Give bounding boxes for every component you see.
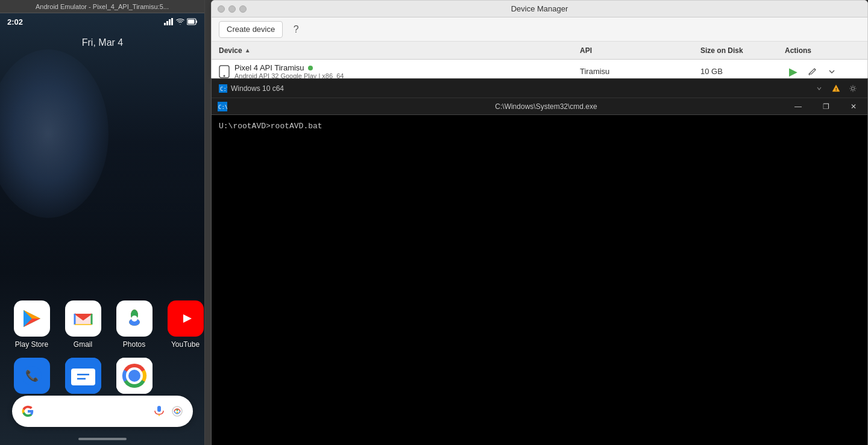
col-actions: Actions bbox=[780, 46, 867, 55]
terminal-tab: C:\ Windows 10 c64 bbox=[219, 84, 284, 93]
messages-icon-bg bbox=[65, 358, 101, 394]
terminal-tab-controls: ! bbox=[812, 81, 860, 96]
dropdown-arrow-icon bbox=[816, 86, 822, 92]
svg-point-26 bbox=[128, 370, 140, 382]
tl-maximize[interactable] bbox=[239, 5, 247, 13]
dock-row: 📞 bbox=[9, 358, 157, 394]
terminal-header-bar: C:\ Windows 10 c64 ! bbox=[212, 79, 867, 98]
svg-text:!: ! bbox=[835, 87, 837, 92]
svg-rect-3 bbox=[171, 18, 173, 25]
cmd-titlebar: C:\ C:\Windows\System32\cmd.exe — ❐ ✕ bbox=[212, 98, 867, 115]
home-indicator[interactable] bbox=[78, 438, 127, 440]
sort-arrow-icon: ▲ bbox=[245, 47, 251, 54]
wifi-icon bbox=[176, 18, 184, 25]
app-item-photos[interactable]: Photos bbox=[112, 300, 157, 349]
photos-icon-bg bbox=[116, 300, 153, 337]
wallpaper-decoration bbox=[0, 49, 108, 218]
app-item-messages[interactable] bbox=[60, 358, 105, 394]
svg-rect-2 bbox=[169, 19, 171, 25]
youtube-label: YouTube bbox=[171, 340, 200, 349]
phone-icon-bg: 📞 bbox=[14, 358, 50, 394]
col-api: API bbox=[575, 46, 696, 55]
terminal-header-title: Windows 10 c64 bbox=[231, 84, 284, 93]
app-item-gmail[interactable]: Gmail bbox=[60, 300, 105, 349]
chrome-icon bbox=[116, 358, 153, 394]
svg-point-30 bbox=[172, 406, 182, 416]
gear-icon bbox=[849, 84, 857, 93]
dm-titlebar: Device Manager bbox=[212, 1, 867, 17]
gmail-icon-bg bbox=[65, 300, 101, 337]
svg-rect-5 bbox=[196, 20, 197, 23]
status-time: 2:02 bbox=[7, 17, 23, 26]
svg-point-43 bbox=[852, 87, 855, 90]
svg-point-13 bbox=[131, 316, 137, 322]
svg-point-31 bbox=[177, 409, 178, 411]
cmd-window: C:\ Windows 10 c64 ! bbox=[211, 78, 868, 445]
tl-close[interactable] bbox=[218, 5, 225, 13]
youtube-icon-bg bbox=[168, 300, 204, 337]
device-info: Pixel 4 API Tiramisu Android API 32 Goog… bbox=[234, 63, 344, 79]
android-screen: 2:02 bbox=[0, 13, 205, 445]
cmd-minimize-button[interactable]: — bbox=[784, 98, 812, 115]
svg-text:📞: 📞 bbox=[25, 369, 39, 382]
status-bar: 2:02 bbox=[0, 13, 205, 30]
device-cell: Pixel 4 API Tiramisu Android API 32 Goog… bbox=[212, 63, 575, 79]
cmd-window-controls: — ❐ ✕ bbox=[784, 98, 867, 115]
chevron-down-icon bbox=[828, 68, 835, 75]
google-g-icon bbox=[22, 405, 34, 417]
cmd-window-icon: C:\ bbox=[218, 102, 227, 111]
dm-toolbar: Create device ? bbox=[212, 17, 867, 42]
cmd-close-button[interactable]: ✕ bbox=[840, 98, 867, 115]
google-search-bar[interactable] bbox=[12, 396, 193, 427]
device-manager-window: Device Manager Create device ? Device ▲ … bbox=[211, 0, 868, 78]
cmd-icon: C:\ bbox=[219, 84, 227, 93]
svg-text:C:\: C:\ bbox=[220, 86, 227, 92]
dm-window-title: Device Manager bbox=[511, 4, 568, 13]
app-item-chrome[interactable] bbox=[112, 358, 157, 394]
terminal-dropdown-button[interactable] bbox=[812, 81, 826, 96]
tl-minimize[interactable] bbox=[228, 5, 236, 13]
terminal-settings-button[interactable] bbox=[846, 81, 860, 96]
device-running-dot bbox=[308, 66, 313, 70]
photos-icon bbox=[124, 308, 145, 329]
mic-icon[interactable] bbox=[153, 405, 165, 417]
lens-icon[interactable] bbox=[171, 405, 183, 417]
gmail-label: Gmail bbox=[74, 340, 92, 349]
device-actions-cell: ▶ bbox=[780, 63, 867, 80]
terminal-warning-button[interactable]: ! bbox=[829, 81, 843, 96]
svg-text:C:\: C:\ bbox=[218, 104, 227, 110]
playstore-icon bbox=[21, 308, 43, 329]
create-device-button[interactable]: Create device bbox=[219, 21, 283, 38]
gmail-icon bbox=[72, 308, 94, 329]
status-icons bbox=[164, 18, 198, 25]
device-phone-icon bbox=[219, 65, 230, 78]
col-device: Device ▲ bbox=[212, 46, 575, 55]
help-button[interactable]: ? bbox=[288, 21, 304, 38]
app-grid-main: Play Store Gmail bbox=[9, 300, 205, 349]
device-more-actions-button[interactable] bbox=[823, 63, 840, 80]
cmd-content-area[interactable]: U:\rootAVD>rootAVD.bat bbox=[212, 115, 867, 445]
svg-rect-28 bbox=[157, 406, 161, 412]
youtube-icon bbox=[175, 308, 197, 329]
battery-icon bbox=[187, 18, 198, 25]
date-display: Fri, Mar 4 bbox=[0, 37, 205, 48]
device-size-cell: 10 GB bbox=[696, 67, 780, 76]
run-device-button[interactable]: ▶ bbox=[785, 63, 802, 80]
app-item-youtube[interactable]: YouTube bbox=[163, 300, 205, 349]
cmd-maximize-button[interactable]: ❐ bbox=[812, 98, 840, 115]
col-size: Size on Disk bbox=[696, 46, 780, 55]
phone-icon: 📞 bbox=[22, 366, 42, 385]
pencil-icon bbox=[808, 67, 817, 76]
edit-device-button[interactable] bbox=[804, 63, 821, 80]
playstore-icon-bg bbox=[14, 300, 50, 337]
chrome-icon-bg bbox=[116, 358, 153, 394]
svg-rect-1 bbox=[166, 21, 168, 25]
cmd-command-line: U:\rootAVD>rootAVD.bat bbox=[219, 122, 322, 131]
app-item-playstore[interactable]: Play Store bbox=[9, 300, 54, 349]
signal-icon bbox=[164, 18, 174, 25]
emulator-panel: Android Emulator - Pixel_4_API_Tiramisu:… bbox=[0, 0, 205, 445]
app-item-phone[interactable]: 📞 bbox=[9, 358, 54, 394]
device-name: Pixel 4 API Tiramisu bbox=[234, 63, 344, 72]
emulator-titlebar: Android Emulator - Pixel_4_API_Tiramisu:… bbox=[0, 0, 204, 13]
cmd-window-title: C:\Windows\System32\cmd.exe bbox=[231, 102, 861, 111]
